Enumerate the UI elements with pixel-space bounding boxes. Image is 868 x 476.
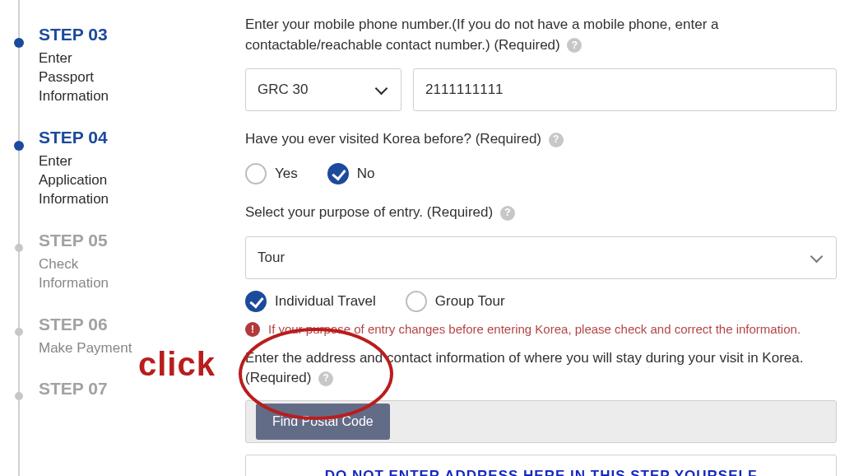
radio-checked-icon: [245, 291, 267, 312]
step-number: STEP 03: [39, 25, 156, 44]
help-icon[interactable]: ?: [500, 206, 515, 221]
step-dot: [15, 392, 23, 400]
step-dot: [14, 38, 24, 48]
chevron-down-icon: [810, 250, 824, 265]
step-04[interactable]: STEP 04 EnterApplicationInformation: [12, 128, 156, 209]
radio-label: Yes: [275, 166, 298, 182]
purpose-value: Tour: [258, 250, 285, 266]
address-field: Enter the address and contact informatio…: [245, 348, 837, 476]
step-title: CheckInformation: [39, 255, 156, 293]
country-code-value: GRC 30: [258, 82, 308, 98]
step-dot: [15, 328, 23, 336]
purpose-label: Select your purpose of entry. (Required)…: [245, 203, 837, 223]
step-number: STEP 07: [39, 379, 156, 399]
warning-icon: !: [245, 322, 260, 337]
step-title: EnterApplicationInformation: [39, 152, 156, 209]
step-number: STEP 04: [39, 128, 156, 147]
phone-label: Enter your mobile phone number.(If you d…: [245, 15, 837, 55]
travel-group-radio[interactable]: Group Tour: [406, 291, 505, 312]
phone-number-input[interactable]: 2111111111: [413, 68, 837, 111]
address-overlay-text: DO NOT ENTER ADDRESS HERE IN THIS STEP Y…: [325, 468, 758, 476]
purpose-warning: ! If your purpose of entry changes befor…: [245, 322, 837, 337]
application-form: Enter your mobile phone number.(If you d…: [156, 0, 868, 476]
address-label: Enter the address and contact informatio…: [245, 348, 837, 389]
radio-label: Group Tour: [435, 293, 505, 310]
visited-no-radio[interactable]: No: [327, 163, 375, 184]
visited-yes-radio[interactable]: Yes: [245, 163, 298, 184]
step-title: EnterPassportInformation: [39, 49, 156, 106]
phone-field: Enter your mobile phone number.(If you d…: [245, 15, 837, 111]
purpose-label-text: Select your purpose of entry. (Required): [245, 204, 493, 220]
address-input[interactable]: DO NOT ENTER ADDRESS HERE IN THIS STEP Y…: [245, 455, 837, 476]
visited-label: Have you ever visited Korea before? (Req…: [245, 129, 837, 150]
purpose-select[interactable]: Tour: [245, 236, 837, 279]
step-dot: [14, 141, 24, 151]
radio-icon: [406, 291, 427, 312]
radio-icon: [245, 163, 267, 184]
step-number: STEP 05: [39, 231, 156, 250]
postal-code-box: Find Postal Code: [245, 400, 837, 443]
chevron-down-icon: [374, 82, 389, 97]
country-code-select[interactable]: GRC 30: [245, 68, 402, 111]
step-title: Make Payment: [39, 339, 156, 358]
radio-checked-icon: [327, 163, 349, 184]
purpose-field: Select your purpose of entry. (Required)…: [245, 203, 837, 337]
radio-label: No: [357, 166, 375, 182]
phone-label-text: Enter your mobile phone number.(If you d…: [245, 16, 719, 53]
warning-text: If your purpose of entry changes before …: [268, 322, 801, 336]
step-06[interactable]: STEP 06 Make Payment: [12, 315, 156, 358]
step-07[interactable]: STEP 07: [12, 379, 156, 399]
help-icon[interactable]: ?: [567, 38, 582, 53]
help-icon[interactable]: ?: [549, 133, 564, 147]
step-05[interactable]: STEP 05 CheckInformation: [12, 231, 156, 293]
step-dot: [15, 244, 23, 252]
visited-field: Have you ever visited Korea before? (Req…: [245, 129, 837, 184]
find-postal-code-button[interactable]: Find Postal Code: [256, 404, 390, 440]
phone-number-value: 2111111111: [425, 82, 504, 98]
travel-individual-radio[interactable]: Individual Travel: [245, 291, 376, 312]
visited-label-text: Have you ever visited Korea before? (Req…: [245, 131, 541, 147]
step-number: STEP 06: [39, 315, 156, 334]
help-icon[interactable]: ?: [318, 371, 333, 386]
steps-sidebar: STEP 03 EnterPassportInformation STEP 04…: [0, 0, 156, 476]
radio-label: Individual Travel: [275, 293, 376, 310]
step-03[interactable]: STEP 03 EnterPassportInformation: [12, 25, 156, 106]
